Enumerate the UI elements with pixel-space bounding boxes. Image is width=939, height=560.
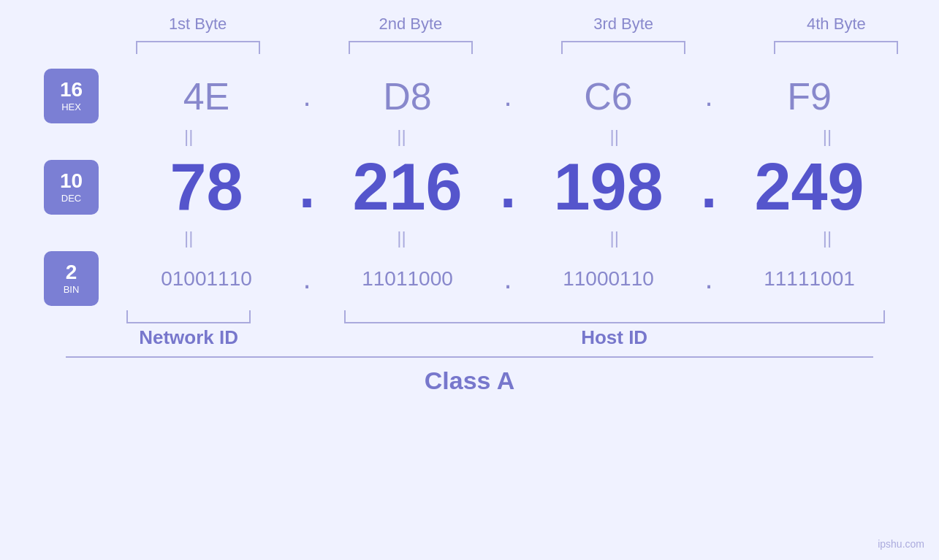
eq1-1: || — [83, 123, 295, 150]
eq2-4: || — [721, 225, 933, 251]
bin-val-3: 11000110 — [522, 267, 694, 291]
net-bracket-line — [126, 310, 251, 323]
hex-base-label: HEX — [61, 101, 81, 112]
byte-header-4: 4th Byte — [730, 15, 939, 34]
bracket-line-3 — [561, 41, 685, 54]
host-id-label: Host ID — [295, 326, 934, 349]
class-line — [66, 356, 873, 358]
id-labels-row: Network ID Host ID — [83, 326, 934, 349]
hex-dot-1: . — [292, 80, 322, 112]
bracket-line-4 — [774, 41, 898, 54]
byte-header-3: 3rd Byte — [517, 15, 730, 34]
bin-val-1: 01001110 — [121, 267, 292, 291]
equals-row-1: || || || || — [83, 123, 934, 150]
dec-base-number: 10 — [60, 171, 83, 191]
hex-val-4: F9 — [723, 74, 895, 118]
bracket-4 — [730, 41, 939, 54]
eq1-2: || — [295, 123, 508, 150]
top-brackets — [91, 41, 939, 54]
hex-val-1: 4E — [121, 74, 292, 118]
bin-dot-3: . — [694, 262, 723, 295]
net-bracket — [83, 310, 295, 323]
byte-header-2: 2nd Byte — [304, 15, 517, 34]
hex-values: 4E . D8 . C6 . F9 — [121, 74, 895, 118]
class-row: Class A — [44, 356, 895, 395]
bin-val-2: 11011000 — [322, 267, 493, 291]
hex-base-number: 16 — [60, 80, 83, 100]
equals-row-2: || || || || — [83, 225, 934, 251]
eq2-3: || — [508, 225, 721, 251]
hex-dot-3: . — [694, 80, 723, 112]
hex-badge: 16 HEX — [44, 69, 99, 123]
hex-row: 16 HEX 4E . D8 . C6 . F9 — [44, 69, 895, 123]
dec-val-2: 216 — [322, 150, 493, 225]
network-id-label: Network ID — [83, 326, 295, 349]
dec-val-3: 198 — [522, 150, 694, 225]
bin-val-4: 11111001 — [723, 267, 895, 291]
bracket-3 — [517, 41, 730, 54]
dec-row: 10 DEC 78 . 216 . 198 . 249 — [44, 150, 895, 225]
main-container: 1st Byte 2nd Byte 3rd Byte 4th Byte 16 H… — [0, 0, 939, 560]
dec-val-4: 249 — [723, 150, 895, 225]
eq1-4: || — [721, 123, 933, 150]
bin-base-label: BIN — [64, 284, 80, 295]
bin-values: 01001110 . 11011000 . 11000110 . 1111100… — [121, 262, 895, 295]
host-bracket-line — [344, 310, 885, 323]
dec-dot-2: . — [493, 154, 522, 221]
eq1-3: || — [508, 123, 721, 150]
dec-dot-3: . — [694, 154, 723, 221]
bracket-1 — [91, 41, 304, 54]
bin-base-number: 2 — [66, 262, 77, 283]
bracket-2 — [304, 41, 517, 54]
bracket-line-2 — [349, 41, 473, 54]
byte-headers-row: 1st Byte 2nd Byte 3rd Byte 4th Byte — [91, 15, 939, 34]
dec-values: 78 . 216 . 198 . 249 — [121, 150, 895, 225]
hex-val-3: C6 — [522, 74, 694, 118]
hex-val-2: D8 — [322, 74, 493, 118]
hex-dot-2: . — [493, 80, 522, 112]
watermark: ipshu.com — [878, 538, 924, 550]
bottom-brackets — [83, 310, 934, 323]
class-label: Class A — [425, 367, 514, 395]
bin-badge: 2 BIN — [44, 251, 99, 306]
dec-dot-1: . — [292, 154, 322, 221]
dec-base-label: DEC — [61, 193, 81, 204]
bin-dot-1: . — [292, 262, 322, 295]
bracket-line-1 — [136, 41, 260, 54]
bin-dot-2: . — [493, 262, 522, 295]
bin-row: 2 BIN 01001110 . 11011000 . 11000110 . 1… — [44, 251, 895, 306]
byte-header-1: 1st Byte — [91, 15, 304, 34]
dec-badge: 10 DEC — [44, 160, 99, 215]
host-bracket — [295, 310, 934, 323]
eq2-1: || — [83, 225, 295, 251]
dec-val-1: 78 — [121, 150, 292, 225]
eq2-2: || — [295, 225, 508, 251]
